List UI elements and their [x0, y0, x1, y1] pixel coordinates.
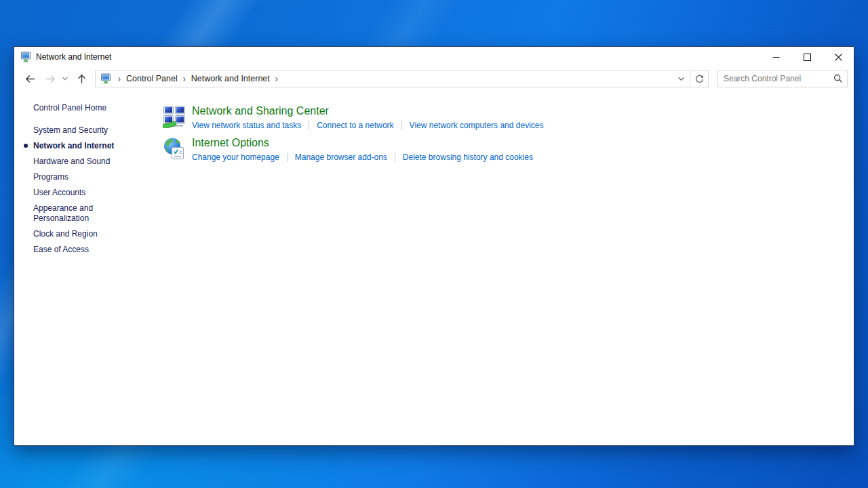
- navigation-toolbar: › Control Panel › Network and Internet ›: [14, 67, 854, 90]
- maximize-button[interactable]: [791, 47, 823, 67]
- task-links: View network status and tasks Connect to…: [192, 121, 544, 130]
- sidebar: Control Panel Home System and Security N…: [14, 90, 163, 445]
- link-internet-options[interactable]: Internet Options: [192, 136, 533, 150]
- category-internet-options: Internet Options Change your homepage Ma…: [163, 136, 854, 162]
- sidebar-item-network-and-internet[interactable]: Network and Internet: [33, 141, 134, 151]
- network-and-internet-icon: [20, 52, 31, 62]
- sidebar-item-hardware-and-sound[interactable]: Hardware and Sound: [33, 157, 134, 167]
- close-button[interactable]: [823, 47, 854, 67]
- sidebar-item-appearance-and-personalization[interactable]: Appearance and Personalization: [33, 203, 134, 224]
- address-bar[interactable]: › Control Panel › Network and Internet ›: [95, 70, 690, 87]
- desktop-background: Network and Internet: [0, 0, 868, 488]
- breadcrumb: › Control Panel › Network and Internet ›: [96, 70, 672, 87]
- link-manage-browser-add-ons[interactable]: Manage browser add-ons: [295, 152, 387, 162]
- content-area: Control Panel Home System and Security N…: [14, 90, 854, 445]
- sidebar-item-clock-and-region[interactable]: Clock and Region: [33, 229, 134, 239]
- forward-arrow-icon: [45, 73, 56, 85]
- breadcrumb-item-network-and-internet[interactable]: Network and Internet: [191, 74, 270, 83]
- forward-button[interactable]: [42, 70, 58, 87]
- sidebar-item-system-and-security[interactable]: System and Security: [33, 125, 134, 136]
- link-separator: [395, 152, 395, 162]
- link-separator: [309, 121, 309, 130]
- back-arrow-icon: [24, 73, 36, 85]
- link-view-network-status-and-tasks[interactable]: View network status and tasks: [192, 121, 301, 130]
- up-button[interactable]: [73, 70, 90, 87]
- link-separator: [287, 152, 288, 162]
- control-panel-window: Network and Internet: [14, 46, 854, 446]
- window-title: Network and Internet: [36, 52, 760, 62]
- chevron-down-icon: [62, 75, 68, 82]
- sidebar-item-label: Network and Internet: [33, 141, 114, 150]
- sidebar-item-ease-of-access[interactable]: Ease of Access: [33, 245, 134, 255]
- search-box: [717, 70, 848, 87]
- sidebar-item-control-panel-home[interactable]: Control Panel Home: [33, 103, 134, 113]
- link-delete-browsing-history-and-cookies[interactable]: Delete browsing history and cookies: [403, 152, 533, 162]
- search-icon[interactable]: [833, 74, 843, 83]
- title-bar[interactable]: Network and Internet: [14, 47, 854, 67]
- search-input[interactable]: [724, 74, 833, 83]
- minimize-icon: [772, 54, 780, 61]
- chevron-down-icon: [677, 75, 685, 83]
- network-and-internet-icon: [100, 73, 111, 84]
- link-connect-to-a-network[interactable]: Connect to a network: [317, 121, 393, 130]
- sidebar-item-programs[interactable]: Programs: [33, 172, 134, 182]
- internet-options-icon[interactable]: [163, 137, 186, 160]
- refresh-icon: [694, 74, 705, 84]
- breadcrumb-chevron[interactable]: ›: [113, 73, 126, 85]
- close-icon: [835, 54, 842, 61]
- minimize-button[interactable]: [760, 47, 791, 67]
- active-item-bullet: [24, 144, 28, 148]
- maximize-icon: [804, 54, 811, 61]
- back-button[interactable]: [22, 70, 38, 87]
- breadcrumb-item-control-panel[interactable]: Control Panel: [126, 74, 178, 83]
- refresh-button-container: [690, 70, 709, 87]
- breadcrumb-chevron[interactable]: ›: [178, 73, 191, 85]
- window-controls: [760, 47, 854, 67]
- link-view-network-computers-and-devices[interactable]: View network computers and devices: [410, 121, 544, 130]
- refresh-button[interactable]: [690, 70, 708, 87]
- link-network-and-sharing-center[interactable]: Network and Sharing Center: [192, 104, 544, 118]
- main-panel: Network and Sharing Center View network …: [163, 90, 854, 445]
- network-sharing-center-icon[interactable]: [163, 105, 186, 128]
- sidebar-item-user-accounts[interactable]: User Accounts: [33, 188, 134, 198]
- category-network-and-sharing-center: Network and Sharing Center View network …: [163, 104, 854, 130]
- breadcrumb-chevron[interactable]: ›: [270, 73, 283, 85]
- link-separator: [401, 121, 402, 130]
- address-dropdown-button[interactable]: [672, 70, 690, 87]
- task-links: Change your homepage Manage browser add-…: [192, 152, 533, 162]
- recent-pages-dropdown[interactable]: [60, 70, 71, 87]
- up-arrow-icon: [76, 73, 87, 85]
- link-change-your-homepage[interactable]: Change your homepage: [192, 152, 279, 162]
